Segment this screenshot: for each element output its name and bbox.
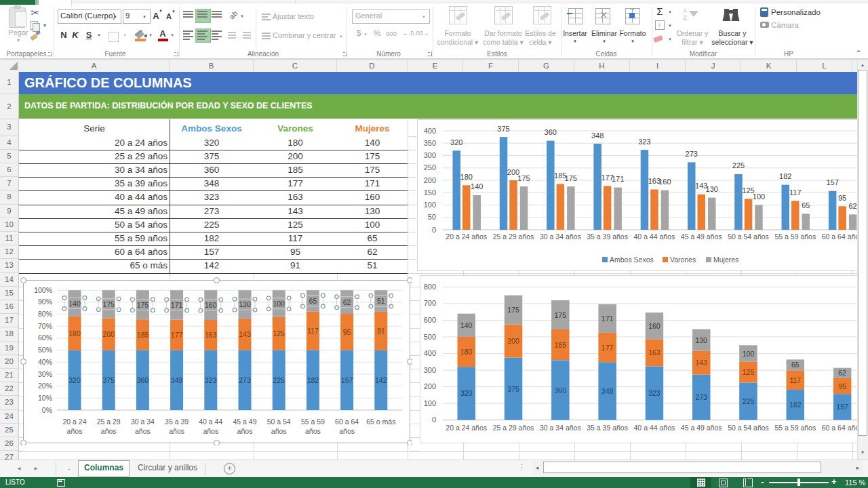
svg-text:143: 143 — [239, 330, 251, 338]
svg-text:300: 300 — [424, 366, 436, 374]
svg-text:117: 117 — [307, 327, 319, 335]
svg-text:35 a 39 años: 35 a 39 años — [587, 424, 628, 432]
svg-text:250: 250 — [424, 163, 436, 171]
svg-text:348: 348 — [591, 131, 604, 140]
svg-text:62: 62 — [848, 202, 856, 210]
svg-text:62: 62 — [838, 369, 846, 377]
svg-text:500: 500 — [424, 333, 436, 341]
svg-text:60 a 64 años: 60 a 64 años — [822, 424, 857, 432]
svg-text:0%: 0% — [42, 406, 52, 414]
svg-text:40 a 44 años: 40 a 44 años — [634, 424, 675, 432]
svg-text:400: 400 — [424, 349, 436, 357]
svg-text:70%: 70% — [38, 322, 52, 330]
svg-text:117: 117 — [789, 376, 801, 384]
svg-text:175: 175 — [555, 311, 567, 319]
svg-text:225: 225 — [743, 397, 755, 405]
svg-text:360: 360 — [137, 376, 149, 384]
svg-text:375: 375 — [497, 125, 509, 133]
svg-text:20 a 24 años: 20 a 24 años — [446, 232, 487, 241]
svg-text:175: 175 — [565, 174, 577, 182]
svg-text:177: 177 — [601, 344, 614, 352]
svg-text:180: 180 — [460, 348, 473, 356]
svg-text:25 a 29: 25 a 29 — [97, 418, 121, 426]
svg-text:163: 163 — [205, 331, 217, 339]
svg-text:años: años — [203, 427, 218, 435]
svg-text:225: 225 — [273, 376, 285, 384]
svg-text:320: 320 — [68, 376, 81, 384]
svg-text:45 a 49 años: 45 a 49 años — [681, 424, 722, 432]
svg-text:700: 700 — [424, 299, 436, 307]
svg-text:55 a 59 años: 55 a 59 años — [774, 232, 816, 241]
svg-text:95: 95 — [838, 382, 846, 390]
svg-text:182: 182 — [307, 376, 319, 384]
svg-text:273: 273 — [239, 376, 251, 384]
svg-text:100: 100 — [743, 350, 755, 358]
svg-text:175: 175 — [507, 306, 519, 314]
svg-text:50 a 54: 50 a 54 — [267, 418, 291, 426]
svg-text:117: 117 — [789, 188, 802, 197]
svg-text:50%: 50% — [38, 346, 52, 354]
svg-text:157: 157 — [826, 178, 838, 186]
svg-text:350: 350 — [424, 139, 436, 147]
svg-text:60 a 64 años: 60 a 64 años — [822, 232, 857, 241]
svg-text:200: 200 — [102, 330, 115, 338]
svg-text:años: años — [237, 427, 253, 435]
svg-text:45 a 49 años: 45 a 49 años — [681, 232, 722, 241]
svg-text:323: 323 — [648, 389, 660, 397]
svg-text:años: años — [339, 427, 355, 435]
svg-text:60%: 60% — [38, 333, 52, 342]
svg-text:180: 180 — [460, 173, 473, 181]
svg-text:50 a 54 años: 50 a 54 años — [728, 232, 769, 241]
svg-text:50 a 54 años: 50 a 54 años — [728, 424, 769, 432]
svg-text:45 a 49: 45 a 49 — [233, 418, 256, 426]
svg-text:60 a 64: 60 a 64 — [335, 418, 359, 426]
svg-text:348: 348 — [171, 376, 183, 384]
svg-text:años: años — [305, 427, 321, 435]
svg-text:40 a 44 años: 40 a 44 años — [634, 232, 675, 241]
svg-text:125: 125 — [273, 329, 285, 338]
svg-text:175: 175 — [517, 174, 530, 182]
svg-text:65 o más: 65 o más — [366, 418, 395, 426]
svg-text:182: 182 — [779, 172, 791, 180]
svg-text:143: 143 — [695, 359, 707, 367]
svg-text:200: 200 — [507, 337, 519, 345]
svg-text:160: 160 — [658, 178, 671, 186]
svg-text:20 a 24: 20 a 24 — [62, 418, 86, 426]
svg-text:175: 175 — [137, 301, 149, 309]
svg-text:273: 273 — [686, 150, 698, 158]
svg-text:360: 360 — [545, 128, 557, 136]
svg-text:177: 177 — [171, 331, 183, 339]
svg-text:100: 100 — [424, 201, 436, 209]
svg-text:35 a 39: 35 a 39 — [165, 418, 189, 426]
svg-text:Varones: Varones — [670, 256, 696, 264]
svg-text:20%: 20% — [38, 382, 52, 390]
svg-text:375: 375 — [507, 385, 519, 393]
svg-text:323: 323 — [638, 138, 650, 146]
svg-text:140: 140 — [460, 321, 473, 329]
svg-text:600: 600 — [424, 316, 436, 324]
svg-text:160: 160 — [648, 322, 660, 330]
svg-text:65: 65 — [309, 297, 317, 305]
svg-text:300: 300 — [424, 151, 436, 159]
svg-text:163: 163 — [648, 348, 660, 357]
svg-text:100: 100 — [273, 300, 285, 308]
svg-text:375: 375 — [102, 376, 115, 384]
svg-text:25 a 29 años: 25 a 29 años — [493, 424, 534, 432]
svg-text:65: 65 — [802, 201, 810, 209]
svg-text:0: 0 — [432, 226, 436, 234]
svg-text:10%: 10% — [38, 394, 52, 402]
svg-text:95: 95 — [343, 328, 351, 336]
svg-text:91: 91 — [377, 327, 385, 335]
svg-text:20 a 24 años: 20 a 24 años — [446, 424, 487, 432]
svg-text:25 a 29 años: 25 a 29 años — [493, 232, 534, 241]
svg-text:55 a 59: 55 a 59 — [301, 418, 325, 426]
svg-text:348: 348 — [601, 387, 614, 395]
svg-text:142: 142 — [375, 376, 387, 384]
svg-text:150: 150 — [424, 188, 436, 197]
svg-text:160: 160 — [205, 301, 217, 309]
svg-text:225: 225 — [732, 161, 745, 169]
svg-text:Mujeres: Mujeres — [713, 256, 738, 264]
svg-text:320: 320 — [460, 389, 473, 397]
svg-text:65: 65 — [791, 361, 800, 369]
svg-text:171: 171 — [171, 301, 183, 309]
